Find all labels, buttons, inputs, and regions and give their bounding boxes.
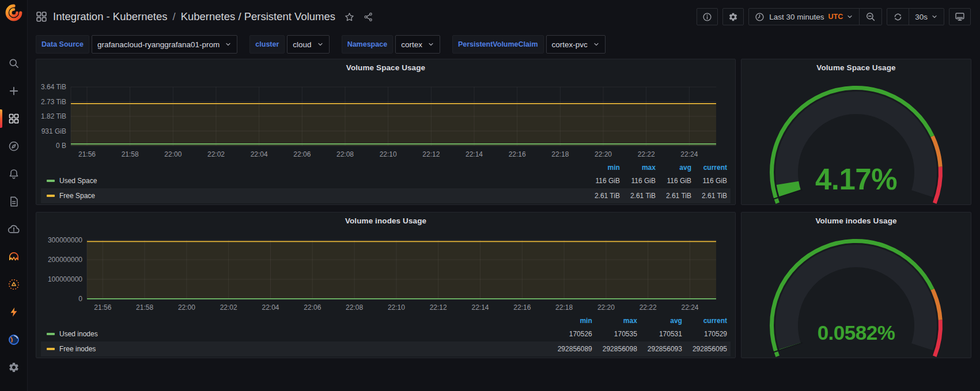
legend-stat-value: 170529 [682,327,731,341]
legend-stat-header[interactable]: max [620,163,656,173]
x-axis-tick-label: 22:20 [597,303,615,312]
sidebar-item-explore-compass[interactable] [0,132,28,160]
incident-icon [7,278,20,291]
legend-stat-header[interactable]: avg [637,316,682,327]
x-axis-tick-label: 22:10 [380,150,397,158]
sidebar-item-document[interactable] [0,188,28,215]
sidebar-item-oncall-bolt[interactable] [0,298,28,326]
x-axis-tick-label: 22:06 [304,303,321,312]
y-axis-tick-label: 2.73 TiB [41,98,66,106]
dashboard-grid: Volume Space Usage0 B931 GiB1.82 TiB2.73… [28,0,980,391]
legend-row: Free inodes 2928560892928560982928560932… [41,341,731,356]
panel-gauge-1: Volume Space Usage4.17% [741,59,971,205]
y-axis-tick-label: 100000000 [48,275,82,283]
legend-stat-value: 116 GiB [656,173,691,188]
legend-series-cell[interactable]: Free inodes [41,341,547,356]
legend-table: minmaxavgcurrent Used Space 116 GiB116 G… [41,163,731,203]
panel-gauge-3: Volume inodes Usage0.0582% [741,212,971,358]
x-axis-tick-label: 22:10 [388,303,405,312]
grafana-app: Integration - Kubernetes / Kubernetes / … [0,0,980,391]
legend-row: Used inodes 170526170535170531170529 [41,327,731,341]
x-axis-tick-label: 21:56 [78,150,96,158]
legend-row: Used Space 116 GiB116 GiB116 GiB116 GiB [41,173,731,188]
sidebar-item-plus[interactable] [0,77,28,105]
legend-row: Free Space 2.61 TiB2.61 TiB2.61 TiB2.61 … [41,188,731,203]
x-axis-tick-label: 22:22 [638,150,655,158]
legend: minmaxavgcurrent Used Space 116 GiB116 G… [41,163,731,203]
y-axis-tick-label: 0 [78,295,82,303]
legend-stat-header[interactable]: current [682,316,731,327]
y-axis-tick-label: 1.82 TiB [41,112,66,120]
series-color-swatch [47,333,55,335]
legend-stat-value: 170531 [637,327,682,341]
sidebar-item-machine-learning[interactable] [0,243,28,271]
legend-stat-value: 170526 [547,327,592,341]
legend-series-cell[interactable]: Used Space [41,173,584,188]
x-axis-tick-label: 22:24 [681,303,698,312]
document-icon [8,196,20,207]
dashboards-grid-icon [8,113,20,124]
legend-stat-header[interactable]: avg [656,163,691,173]
panel-timeseries-0: Volume Space Usage0 B931 GiB1.82 TiB2.73… [36,59,736,205]
gauge-value: 4.17% [815,163,897,196]
x-axis-tick-label: 22:00 [164,150,181,158]
x-axis-tick-label: 22:08 [346,303,363,312]
x-axis-tick-label: 21:58 [136,303,153,312]
x-axis-tick-label: 22:16 [509,150,526,158]
legend-series-label: Used Space [59,177,97,185]
gauge-chart: 4.17% [741,59,971,204]
panel-timeseries-2: Volume inodes Usage010000000020000000030… [36,212,736,358]
sidebar-item-search[interactable] [0,50,28,77]
x-axis-tick-label: 22:24 [680,150,698,158]
legend-stat-value: 292856098 [592,341,637,356]
sidebar-item-cloud-alert[interactable] [0,215,28,243]
legend-stat-value: 2.61 TiB [584,188,620,203]
legend-series-label: Used inodes [59,330,98,338]
legend-stat-value: 2.61 TiB [691,188,731,203]
sidebar-item-alerting-bell[interactable] [0,160,28,188]
y-axis-tick-label: 0 B [56,142,66,150]
x-axis-tick-label: 22:22 [640,303,657,312]
legend-stat-header[interactable]: current [691,163,731,173]
legend-stat-value: 292856095 [682,341,731,356]
sidebar-item-dashboards-grid[interactable] [0,105,28,132]
sidebar-item-synthetic-monitoring-globe[interactable] [0,326,28,354]
x-axis-tick-label: 21:56 [94,303,111,312]
grafana-logo[interactable] [5,4,22,21]
sidebar [0,0,28,391]
x-axis-tick-label: 22:20 [595,150,612,158]
cloud-alert-icon [7,223,20,236]
legend-series-label: Free inodes [59,345,96,353]
x-axis-tick-label: 22:12 [430,303,447,312]
y-axis-tick-label: 300000000 [48,236,82,244]
legend-series-cell[interactable]: Free Space [41,188,584,203]
x-axis-tick-label: 22:02 [220,303,237,312]
legend-series-cell[interactable]: Used inodes [41,327,547,341]
y-axis-tick-label: 200000000 [48,256,82,264]
x-axis-tick-label: 21:58 [122,150,139,158]
x-axis-tick-label: 22:14 [466,150,483,158]
legend: minmaxavgcurrent Used inodes 17052617053… [41,316,731,356]
gauge-chart: 0.0582% [741,212,971,358]
x-axis-tick-label: 22:02 [207,150,225,158]
x-axis-tick-label: 22:18 [551,150,569,158]
plus-icon [8,85,20,97]
legend-stat-header[interactable]: min [547,316,592,327]
oncall-bolt-icon [8,306,20,318]
x-axis-tick-label: 22:18 [555,303,573,312]
legend-stat-value: 292856093 [637,341,682,356]
legend-stat-value: 292856089 [547,341,592,356]
alerting-bell-icon [8,168,20,180]
legend-stat-header[interactable]: max [592,316,637,327]
legend-series-label: Free Space [59,192,95,200]
legend-stat-header[interactable]: min [584,163,620,173]
gauge-value: 0.0582% [818,321,895,344]
sidebar-item-settings-gear[interactable] [0,354,28,381]
y-axis-tick-label: 3.64 TiB [41,83,66,91]
legend-stat-value: 2.61 TiB [620,188,656,203]
legend-table: minmaxavgcurrent Used inodes 17052617053… [41,316,731,356]
sidebar-item-incident[interactable] [0,271,28,298]
search-icon [8,58,20,69]
x-axis-tick-label: 22:04 [251,150,268,158]
x-axis-tick-label: 22:12 [422,150,440,158]
